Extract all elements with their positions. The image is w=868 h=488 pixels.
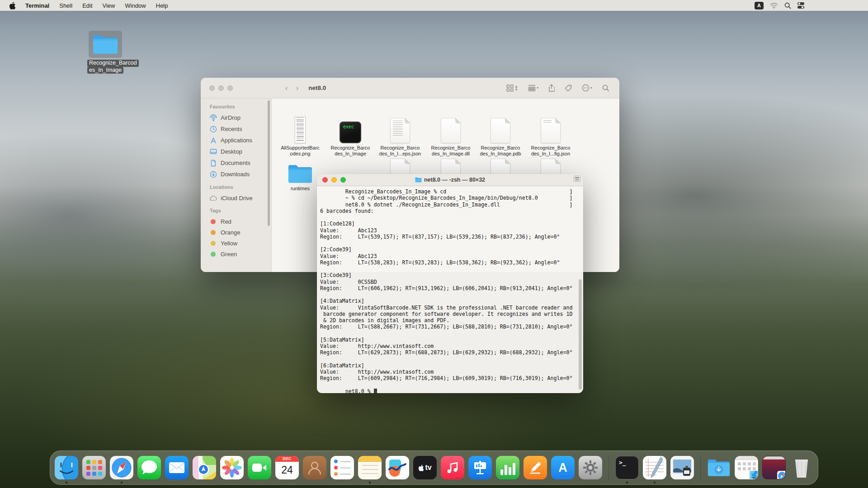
desktop-folder-recognize-barcodes[interactable]: Recognize_Barcod es_In_Image bbox=[87, 31, 123, 74]
folder-icon bbox=[415, 177, 422, 183]
airdrop-icon bbox=[210, 114, 217, 122]
finder-icon bbox=[55, 456, 78, 479]
contacts-icon bbox=[303, 456, 326, 479]
menu-view[interactable]: View bbox=[98, 0, 120, 11]
launchpad-icon bbox=[82, 456, 106, 479]
dock-finder[interactable] bbox=[55, 456, 78, 479]
notes-icon bbox=[358, 456, 382, 479]
dock-pages[interactable] bbox=[524, 456, 547, 479]
dock-textedit[interactable] bbox=[643, 456, 666, 479]
sidebar-tag-red[interactable]: Red bbox=[207, 216, 271, 227]
view-grid-button[interactable]: ▲▼ bbox=[506, 84, 518, 92]
split-pane-button[interactable] bbox=[574, 176, 580, 182]
more-options-button[interactable]: ▾ bbox=[582, 84, 592, 92]
dock-messages[interactable] bbox=[137, 456, 161, 479]
zoom-button[interactable] bbox=[227, 85, 233, 91]
dock-numbers[interactable] bbox=[496, 456, 519, 479]
sidebar-item-applications[interactable]: Applications bbox=[207, 135, 271, 146]
menu-edit[interactable]: Edit bbox=[77, 0, 97, 11]
folder-icon bbox=[89, 31, 122, 58]
minimized-safari-window-thumbnail bbox=[762, 456, 786, 479]
sidebar-item-documents[interactable]: Documents bbox=[207, 157, 271, 169]
menu-shell[interactable]: Shell bbox=[54, 0, 77, 11]
file-dll[interactable]: Recognize_Barcodes_In_Image.dll bbox=[427, 115, 474, 157]
facetime-icon bbox=[248, 456, 271, 479]
orange-tag-dot bbox=[211, 230, 216, 235]
menu-help[interactable]: Help bbox=[151, 0, 173, 11]
file-recognize-barcodes-executable[interactable]: exec Recognize_Barcodes_In_Image bbox=[327, 115, 374, 157]
search-icon[interactable] bbox=[784, 2, 791, 9]
terminal-output: Recognize_Barcodes_In_Image % cd ] ~ % c… bbox=[317, 186, 583, 393]
dock-tv[interactable]: tv bbox=[413, 456, 437, 479]
control-center-icon[interactable] bbox=[797, 2, 805, 9]
appstore-icon: A bbox=[551, 456, 575, 479]
reminders-icon bbox=[330, 456, 354, 479]
group-by-button[interactable]: ▾ bbox=[528, 84, 538, 91]
dock-preview[interactable] bbox=[670, 456, 694, 479]
dock-settings[interactable] bbox=[579, 456, 602, 479]
back-button[interactable]: ‹ bbox=[285, 84, 288, 93]
dock-terminal[interactable]: >_ bbox=[615, 456, 639, 479]
image-thumbnail-icon bbox=[295, 116, 306, 143]
menu-terminal[interactable]: Terminal bbox=[20, 0, 54, 11]
dock-maps[interactable] bbox=[193, 456, 216, 479]
dock-launchpad[interactable] bbox=[82, 456, 106, 479]
dock-mail[interactable] bbox=[165, 456, 189, 479]
dock-trash[interactable] bbox=[790, 456, 813, 479]
finder-badge-icon bbox=[750, 471, 758, 479]
dock-notes[interactable] bbox=[358, 456, 382, 479]
dock-reminders[interactable] bbox=[330, 456, 354, 479]
share-button[interactable] bbox=[548, 84, 555, 92]
dock-minimized-safari-window[interactable] bbox=[762, 456, 786, 479]
sidebar-item-icloud-drive[interactable]: iCloud Drive bbox=[207, 192, 271, 203]
sidebar-scrollbar[interactable] bbox=[268, 100, 270, 226]
sidebar-tag-green[interactable]: Green bbox=[207, 249, 271, 259]
dock-contacts[interactable] bbox=[303, 456, 326, 479]
document-icon bbox=[491, 118, 510, 143]
sidebar-item-downloads[interactable]: Downloads bbox=[207, 169, 271, 180]
menu-window[interactable]: Window bbox=[120, 0, 151, 11]
terminal-window-title: net8.0 — -zsh — 80×32 bbox=[317, 177, 583, 183]
sidebar-item-airdrop[interactable]: AirDrop bbox=[207, 112, 271, 123]
search-button[interactable] bbox=[602, 84, 609, 92]
dock-appstore[interactable]: A bbox=[551, 456, 575, 479]
input-source-icon[interactable]: A bbox=[755, 2, 764, 9]
close-button[interactable] bbox=[209, 85, 215, 91]
messages-icon bbox=[137, 456, 161, 479]
dock-calendar[interactable]: DEC 24 bbox=[275, 456, 299, 479]
dock-safari[interactable] bbox=[110, 456, 133, 479]
dock-keynote[interactable] bbox=[468, 456, 492, 479]
dock-facetime[interactable] bbox=[248, 456, 271, 479]
apple-menu-icon[interactable] bbox=[9, 2, 16, 9]
terminal-prompt[interactable]: net8.0 % bbox=[320, 388, 583, 393]
cloud-icon bbox=[210, 195, 217, 201]
document-icon bbox=[210, 160, 217, 167]
minimize-button[interactable] bbox=[218, 85, 224, 91]
file-pdb[interactable]: Recognize_Barcodes_In_Image.pdb bbox=[477, 115, 524, 157]
file-deps-json[interactable]: Recognize_Barcodes_In_I...eps.json bbox=[377, 115, 424, 157]
sidebar-item-recents[interactable]: Recents bbox=[207, 123, 271, 135]
finder-toolbar: ‹ › net8.0 ▲▼ ▾ ▾ bbox=[201, 78, 619, 99]
sidebar-item-desktop[interactable]: Desktop bbox=[207, 146, 271, 157]
dock-music[interactable] bbox=[441, 456, 464, 479]
tag-button[interactable] bbox=[565, 84, 572, 92]
file-config-json[interactable]: Recognize_Barcodes_In_I...fig.json bbox=[527, 115, 574, 157]
terminal-window: net8.0 — -zsh — 80×32 Recognize_Barcodes… bbox=[317, 174, 583, 393]
sidebar-tag-yellow[interactable]: Yellow bbox=[207, 238, 271, 249]
yellow-tag-dot bbox=[211, 241, 216, 246]
maps-icon bbox=[193, 456, 216, 479]
sidebar-header-favourites: Favourites bbox=[210, 104, 271, 109]
dock-minimized-finder-window[interactable] bbox=[735, 456, 758, 479]
settings-gear-icon bbox=[579, 456, 602, 479]
dock-downloads-folder[interactable] bbox=[707, 456, 731, 479]
file-allsupportedbarcodes-png[interactable]: AllSupportedBarcodes.png bbox=[277, 115, 324, 157]
sidebar-tag-orange[interactable]: Orange bbox=[207, 227, 271, 238]
downloads-icon bbox=[210, 171, 217, 178]
forward-button[interactable]: › bbox=[296, 84, 299, 93]
sidebar-header-tags: Tags bbox=[210, 208, 271, 213]
dock-freeform[interactable] bbox=[386, 456, 409, 479]
wifi-icon[interactable] bbox=[770, 3, 778, 9]
dock-photos[interactable] bbox=[220, 456, 244, 479]
safari-icon bbox=[110, 456, 133, 479]
terminal-scrollbar[interactable] bbox=[579, 279, 582, 389]
